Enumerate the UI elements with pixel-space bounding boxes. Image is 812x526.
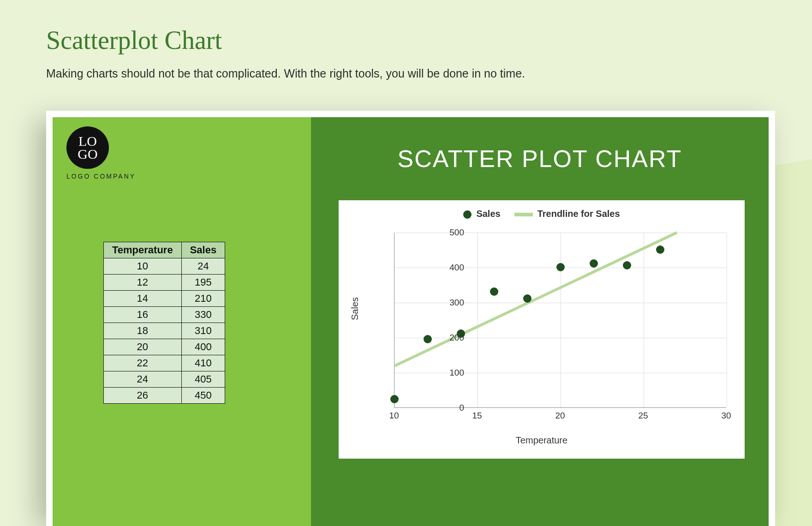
data-point [490,287,498,296]
legend-item-trendline: Trendline for Sales [514,209,620,219]
data-table: Temperature Sales 1024121951421016330183… [103,242,225,404]
cell-sales: 400 [181,339,225,355]
cell-temperature: 14 [104,291,182,307]
y-tick-label: 100 [418,368,464,378]
logo-block: LO GO LOGO COMPANY [66,126,136,180]
y-tick-label: 0 [418,403,464,413]
legend-item-sales: Sales [463,209,500,219]
cell-temperature: 24 [104,371,182,388]
legend-dot-icon [463,210,472,219]
cell-temperature: 22 [104,355,182,371]
data-point [656,245,664,254]
table-header-sales: Sales [181,242,225,258]
y-tick-label: 300 [418,298,464,308]
legend-line-icon [514,213,533,216]
right-panel: SCATTER PLOT CHART Sales Trendline for S… [311,117,769,526]
data-point [390,395,399,403]
table-row: 12195 [104,275,225,291]
card-inner: LO GO LOGO COMPANY Temperature Sales 102… [53,117,769,526]
x-tick-label: 15 [468,411,486,421]
y-tick-label: 500 [418,227,464,238]
table-row: 16330 [104,307,225,323]
chart-legend: Sales Trendline for Sales [339,209,745,219]
cell-sales: 310 [181,323,225,339]
logo-company-label: LOGO COMPANY [66,173,136,180]
table-header-temperature: Temperature [104,242,182,258]
data-point [590,259,598,268]
x-axis-label: Temperature [339,435,745,446]
template-card: LO GO LOGO COMPANY Temperature Sales 102… [46,111,775,526]
x-tick-label: 10 [385,411,403,421]
y-tick-label: 200 [418,333,464,343]
cell-temperature: 16 [104,307,182,323]
cell-temperature: 18 [104,323,182,339]
cell-sales: 24 [181,258,225,275]
table-row: 24405 [104,371,225,388]
left-panel: LO GO LOGO COMPANY Temperature Sales 102… [53,117,311,526]
gridline-v [478,233,478,407]
cell-temperature: 10 [104,258,182,275]
cell-temperature: 12 [104,275,182,291]
x-tick-label: 30 [717,411,735,421]
logo-glyph: LO GO [78,135,97,161]
data-point [523,294,531,303]
x-tick-label: 25 [634,411,652,421]
legend-trend-label: Trendline for Sales [537,209,620,219]
chart-panel-title: SCATTER PLOT CHART [311,145,769,173]
gridline-v [644,233,644,407]
table-row: 26450 [104,388,225,404]
cell-sales: 405 [181,371,225,388]
gridline-v [727,233,727,407]
data-point [623,261,631,269]
cell-sales: 450 [181,388,225,404]
table-row: 1024 [104,258,225,275]
table-row: 14210 [104,291,225,307]
cell-temperature: 20 [104,339,182,355]
table-row: 22410 [104,355,225,371]
cell-sales: 330 [181,307,225,323]
chart-box: Sales Trendline for Sales Sales Temperat… [339,200,745,459]
table-header-row: Temperature Sales [104,242,225,258]
data-point [556,263,565,271]
plot-area [394,233,726,408]
x-tick-label: 20 [551,411,569,421]
cell-sales: 410 [181,355,225,371]
legend-sales-label: Sales [476,209,500,219]
table-row: 20400 [104,339,225,355]
cell-temperature: 26 [104,388,182,404]
cell-sales: 195 [181,275,225,291]
cell-sales: 210 [181,291,225,307]
page-title: Scatterplot Chart [46,25,222,55]
gridline-v [561,233,561,407]
page-subtitle: Making charts should not be that complic… [46,67,525,80]
logo-icon: LO GO [66,126,109,169]
y-tick-label: 400 [418,263,464,273]
table-row: 18310 [104,323,225,339]
y-axis-label: Sales [350,297,360,320]
